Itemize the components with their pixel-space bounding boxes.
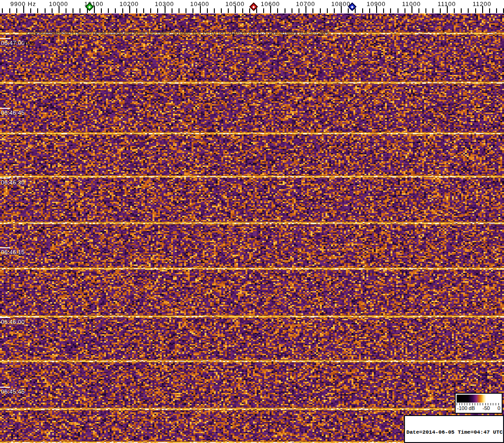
colorbar-labels: -100 dB -50 0 — [457, 405, 500, 411]
time-label-06-45-45: 06:45:45 — [1, 389, 25, 395]
freq-label-11100: 11100 — [438, 0, 456, 7]
info-date-time: Date=2014-06-05 Time=04:47 UTC — [406, 429, 502, 435]
freq-label-9900: 9900 Hz — [10, 0, 36, 7]
time-label-06-46-00: 06:46:00 — [1, 319, 25, 325]
freq-label-10300: 10300 — [155, 0, 174, 7]
marker-center-dot — [252, 6, 255, 8]
cursor-time-offset-label: ^t+59 — [22, 40, 35, 46]
observation-info-box: Date=2014-06-05 Time=04:47 UTC Freq=143 … — [404, 415, 504, 443]
spectrogram-canvas[interactable] — [0, 0, 504, 443]
freq-label-10400: 10400 — [190, 0, 209, 7]
time-label-06-47-00: 06:47:00 — [1, 40, 25, 46]
spectrogram-app: 9900 Hz100001010010200103001040010500106… — [0, 0, 504, 443]
marker-center-dot — [351, 6, 354, 8]
colorbar-label-min: -100 dB — [457, 405, 475, 411]
freq-label-10700: 10700 — [296, 0, 315, 7]
freq-label-10200: 10200 — [119, 0, 139, 7]
time-label-06-46-15: 06:46:15 — [1, 249, 25, 256]
colorbar-label-max: 0 — [497, 405, 500, 411]
time-label-06-46-45: 06:46:45 — [1, 110, 25, 116]
detection-annotation: 20140605044659304 hCnt30 nb-84 f10599 hi… — [26, 30, 329, 35]
freq-label-10500: 10500 — [225, 0, 245, 7]
freq-label-11000: 11000 — [402, 0, 421, 7]
freq-label-11200: 11200 — [473, 0, 491, 7]
time-label-06-46-30: 06:46:30 — [1, 179, 25, 186]
colorbar-gradient — [457, 395, 501, 403]
freq-label-10900: 10900 — [366, 0, 385, 7]
colorbar: -100 dB -50 0 — [455, 393, 503, 414]
freq-label-10000: 10000 — [49, 0, 68, 7]
freq-label-10600: 10600 — [261, 0, 280, 7]
marker-center-dot — [88, 6, 91, 8]
colorbar-label-mid: -50 — [483, 405, 490, 411]
